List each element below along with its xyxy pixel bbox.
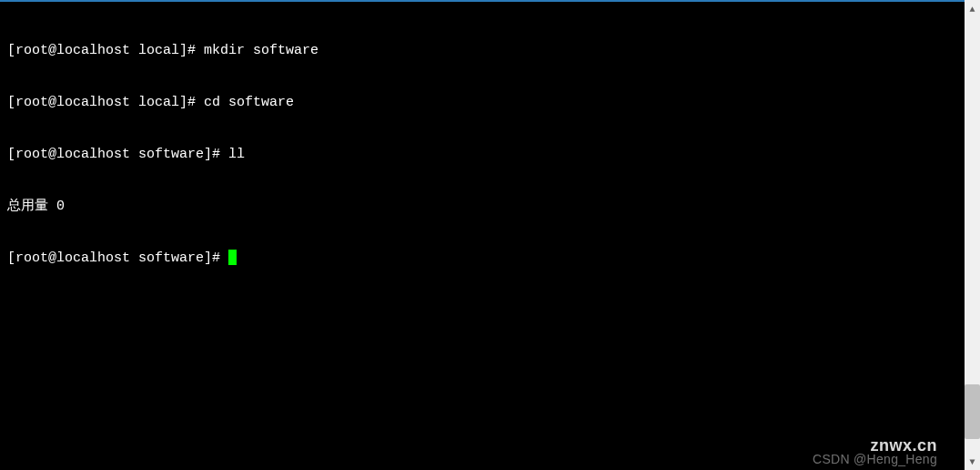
watermark-secondary: CSDN @Heng_Heng bbox=[813, 452, 937, 466]
prompt: [root@localhost local]# bbox=[7, 43, 204, 58]
scroll-thumb[interactable] bbox=[965, 384, 980, 439]
scroll-up-arrow-icon[interactable]: ▲ bbox=[965, 2, 980, 17]
output-text: 总用量 0 bbox=[7, 199, 65, 214]
terminal-window[interactable]: [root@localhost local]# mkdir software [… bbox=[0, 0, 965, 470]
terminal-line: [root@localhost software]# bbox=[7, 250, 957, 267]
prompt: [root@localhost local]# bbox=[7, 95, 204, 110]
vertical-scrollbar[interactable]: ▲ ▼ bbox=[965, 2, 980, 470]
command-text: ll bbox=[228, 147, 245, 162]
cursor-icon bbox=[228, 250, 237, 265]
terminal-line: [root@localhost local]# mkdir software bbox=[7, 42, 957, 59]
scroll-down-arrow-icon[interactable]: ▼ bbox=[965, 455, 980, 470]
prompt: [root@localhost software]# bbox=[7, 250, 228, 266]
command-text: cd software bbox=[204, 95, 294, 110]
terminal-output-area[interactable]: [root@localhost local]# mkdir software [… bbox=[0, 2, 965, 307]
terminal-line: 总用量 0 bbox=[7, 198, 957, 215]
terminal-line: [root@localhost local]# cd software bbox=[7, 94, 957, 111]
terminal-line: [root@localhost software]# ll bbox=[7, 146, 957, 163]
prompt: [root@localhost software]# bbox=[7, 147, 228, 162]
command-text: mkdir software bbox=[204, 43, 318, 58]
